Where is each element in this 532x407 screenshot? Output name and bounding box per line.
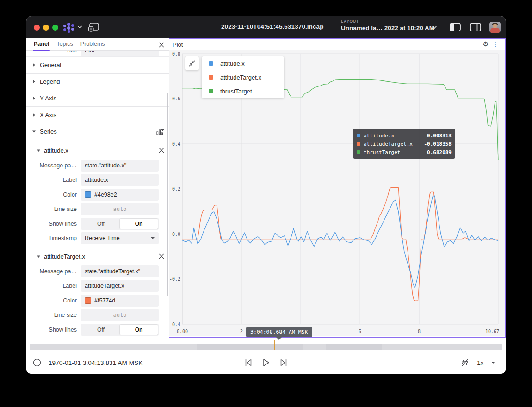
show-lines-on[interactable]: On bbox=[120, 325, 158, 335]
legend-swatch bbox=[209, 75, 213, 80]
legend-item[interactable]: thrustTarget bbox=[202, 84, 284, 98]
add-series-icon[interactable] bbox=[156, 128, 164, 136]
panel-settings-gear-icon[interactable]: ⚙ bbox=[483, 40, 489, 48]
panel-more-icon[interactable]: ⋮ bbox=[492, 40, 499, 48]
section-legend[interactable]: Legend bbox=[26, 74, 169, 90]
series-header[interactable]: attitude.x bbox=[26, 142, 169, 158]
line-size-input[interactable]: auto bbox=[81, 309, 159, 321]
collapse-arrows-icon bbox=[188, 59, 196, 68]
color-swatch[interactable] bbox=[85, 297, 91, 304]
chevron-right-icon bbox=[32, 96, 36, 100]
plot-panel-header[interactable]: Plot ⚙ ⋮ bbox=[169, 39, 505, 50]
right-sidebar-toggle-icon[interactable] bbox=[470, 23, 481, 31]
field-label: Color bbox=[26, 297, 81, 304]
timestamp-value: Receive Time bbox=[85, 235, 120, 241]
info-icon[interactable] bbox=[33, 358, 41, 367]
seek-backward-icon[interactable] bbox=[244, 358, 253, 367]
playback-scrubber[interactable] bbox=[30, 344, 502, 350]
play-icon[interactable] bbox=[262, 358, 270, 367]
show-lines-toggle: Off On bbox=[81, 324, 159, 336]
legend-label: attitude.x bbox=[220, 60, 245, 67]
plot-panel: Plot ⚙ ⋮ 0.80.60.40.20.0-0.2-0.40.002468… bbox=[169, 38, 506, 338]
message-path-input[interactable]: state."attitude.x" bbox=[81, 160, 159, 172]
svg-text:6: 6 bbox=[359, 329, 361, 334]
message-path-input[interactable]: state."attitudeTarget.x" bbox=[81, 265, 159, 278]
sidebar-scrollbar[interactable] bbox=[167, 92, 168, 296]
close-window-button[interactable] bbox=[34, 25, 40, 31]
remove-series-icon[interactable] bbox=[158, 147, 165, 154]
section-label: X Axis bbox=[40, 111, 56, 118]
legend-item[interactable]: attitude.x bbox=[202, 56, 284, 70]
field-label: Label bbox=[26, 177, 81, 183]
tooltip-series-name: thrustTarget bbox=[364, 149, 427, 155]
tooltip-row: attitude.x -0.008313 bbox=[357, 131, 452, 140]
section-y-axis[interactable]: Y Axis bbox=[26, 90, 169, 107]
legend-label: thrustTarget bbox=[220, 88, 252, 95]
sidebar-close-icon[interactable] bbox=[158, 41, 165, 49]
series-name: attitudeTarget.x bbox=[44, 253, 85, 260]
timestamp-select[interactable]: Receive Time bbox=[81, 232, 159, 244]
chevron-right-icon bbox=[32, 80, 36, 84]
line-size-input[interactable]: auto bbox=[81, 203, 159, 215]
app-window: 2023-11-10T04:51:45.631370.mcap LAYOUT U… bbox=[26, 16, 506, 374]
legend-collapse-button[interactable] bbox=[185, 56, 199, 70]
svg-text:0.8: 0.8 bbox=[172, 51, 180, 56]
chevron-right-icon bbox=[32, 113, 36, 117]
scrubber-time-tooltip: 3:04:08.684 AM MSK bbox=[246, 327, 312, 337]
label-input[interactable]: attitudeTarget.x bbox=[81, 280, 159, 292]
color-input[interactable]: #4e98e2 bbox=[81, 189, 159, 201]
layout-selector[interactable]: LAYOUT Unnamed la… 2022 at 10:20 AM bbox=[341, 19, 434, 31]
app-menu-chevron-icon[interactable] bbox=[77, 25, 82, 29]
tooltip-swatch bbox=[357, 134, 360, 137]
scrubber-end-marker bbox=[501, 344, 501, 350]
field-label: Line size bbox=[26, 312, 81, 318]
series-header[interactable]: attitudeTarget.x bbox=[26, 248, 169, 264]
panel-title-row-clipped: Title Plot bbox=[26, 51, 169, 57]
playback-playhead[interactable] bbox=[274, 340, 275, 350]
tab-topics[interactable]: Topics bbox=[56, 41, 73, 48]
legend-label: attitudeTarget.x bbox=[220, 74, 261, 81]
tooltip-row: thrustTarget 0.682089 bbox=[357, 148, 452, 156]
chevron-down-icon bbox=[37, 254, 41, 259]
sidebar-tabs: Panel Topics Problems bbox=[26, 38, 169, 51]
tooltip-series-value: -0.008313 bbox=[424, 133, 452, 139]
zoom-window-button[interactable] bbox=[52, 25, 58, 31]
left-sidebar-toggle-icon[interactable] bbox=[450, 23, 461, 31]
show-lines-off[interactable]: Off bbox=[82, 325, 120, 335]
tab-problems[interactable]: Problems bbox=[80, 41, 105, 48]
tab-panel[interactable]: Panel bbox=[34, 41, 49, 48]
section-series[interactable]: Series bbox=[26, 123, 169, 140]
section-general[interactable]: General bbox=[26, 57, 169, 74]
legend-item[interactable]: attitudeTarget.x bbox=[202, 70, 284, 84]
layout-chevron-icon[interactable] bbox=[432, 25, 437, 29]
series-block-attitude-x: attitude.x Message pa… state."attitude.x… bbox=[26, 140, 169, 246]
remove-series-icon[interactable] bbox=[158, 253, 165, 260]
color-swatch[interactable] bbox=[85, 191, 91, 198]
series-name: attitude.x bbox=[44, 147, 68, 154]
color-hex: #f5774d bbox=[94, 297, 115, 304]
foxglove-logo-icon[interactable] bbox=[63, 22, 75, 32]
playback-bar: 1970-01-01 3:04:13.831 AM MSK bbox=[26, 338, 506, 374]
data-source-title[interactable]: 2023-11-10T04:51:45.631370.mcap bbox=[221, 23, 324, 30]
panel-title-input[interactable]: Plot bbox=[81, 51, 159, 56]
current-timestamp: 1970-01-01 3:04:13.831 AM MSK bbox=[49, 359, 142, 366]
color-input[interactable]: #f5774d bbox=[81, 295, 159, 307]
section-label: Series bbox=[40, 128, 57, 135]
minimize-window-button[interactable] bbox=[43, 25, 49, 31]
user-avatar[interactable] bbox=[489, 22, 501, 33]
chevron-right-icon bbox=[32, 63, 36, 67]
loop-off-icon[interactable] bbox=[460, 358, 470, 367]
label-input[interactable]: attitude.x bbox=[81, 174, 159, 186]
svg-text:0.2: 0.2 bbox=[172, 186, 180, 191]
tooltip-series-name: attitude.x bbox=[364, 133, 424, 139]
show-lines-off[interactable]: Off bbox=[82, 219, 120, 229]
add-panel-icon[interactable] bbox=[87, 22, 99, 32]
section-x-axis[interactable]: X Axis bbox=[26, 107, 169, 123]
playback-speed[interactable]: 1x bbox=[477, 359, 483, 366]
speed-dropdown-caret-icon[interactable] bbox=[491, 361, 495, 364]
svg-text:0.6: 0.6 bbox=[172, 96, 180, 101]
show-lines-on[interactable]: On bbox=[120, 219, 158, 229]
plot-chart-area[interactable]: 0.80.60.40.20.0-0.2-0.40.00246810.67 att… bbox=[169, 50, 505, 336]
seek-forward-icon[interactable] bbox=[279, 358, 288, 367]
svg-text:0.4: 0.4 bbox=[172, 142, 180, 147]
